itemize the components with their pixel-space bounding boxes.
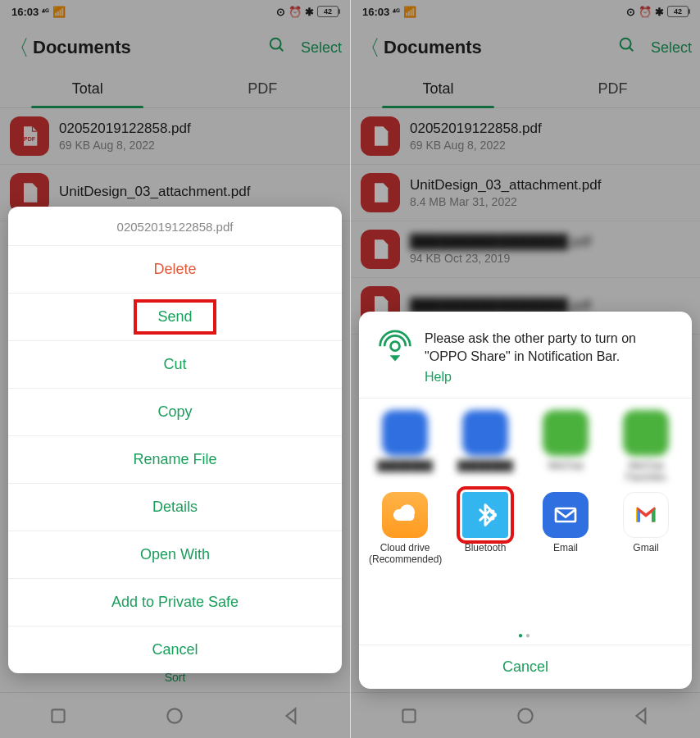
- menu-send[interactable]: Send: [8, 294, 342, 341]
- svg-point-10: [492, 511, 494, 513]
- cloud-icon: [382, 492, 428, 538]
- share-header: Please ask the other party to turn on "O…: [359, 312, 692, 399]
- highlighted-send: Send: [134, 300, 215, 334]
- app-label: Cloud drive (Recommended): [369, 543, 441, 566]
- help-link[interactable]: Help: [425, 370, 452, 385]
- app-label: Gmail: [633, 543, 658, 554]
- menu-cut[interactable]: Cut: [8, 341, 342, 389]
- gmail-icon: [623, 492, 669, 538]
- screen-left: 16:03 ⁴ᴳ 📶 ⊙ ⏰ ✱ 42 〈 Documents Select T…: [0, 0, 350, 738]
- svg-point-12: [492, 517, 494, 519]
- share-app-email[interactable]: Email: [528, 492, 603, 566]
- share-app-bluetooth[interactable]: Bluetooth: [448, 492, 523, 566]
- app-label: ████████: [377, 461, 433, 472]
- page-indicator: ●●: [359, 629, 692, 645]
- share-app-gmail[interactable]: Gmail: [608, 492, 684, 566]
- share-app[interactable]: ████████: [448, 410, 523, 484]
- share-app-grid: ████████ ████████ WeChat WeChat Favorite…: [359, 399, 692, 629]
- menu-cancel[interactable]: Cancel: [8, 626, 342, 673]
- app-label: Bluetooth: [465, 543, 507, 554]
- menu-openwith[interactable]: Open With: [8, 531, 342, 579]
- menu-rename[interactable]: Rename File: [8, 436, 342, 484]
- share-app-wechat[interactable]: WeChat: [528, 410, 603, 484]
- context-menu-title: 02052019122858.pdf: [8, 207, 342, 246]
- wechat-icon: [543, 410, 589, 456]
- share-message: Please ask the other party to turn on "O…: [425, 330, 674, 365]
- share-sheet: Please ask the other party to turn on "O…: [359, 312, 692, 689]
- menu-copy[interactable]: Copy: [8, 389, 342, 436]
- app-icon: [382, 410, 428, 456]
- screen-right: 16:03 ⁴ᴳ 📶 ⊙ ⏰ ✱ 42 〈 Documents Select T…: [350, 0, 700, 738]
- svg-point-9: [391, 342, 400, 351]
- share-app-wechat-fav[interactable]: WeChat Favorites: [608, 410, 684, 484]
- app-label: Email: [553, 543, 578, 554]
- app-label: ████████: [457, 461, 513, 472]
- svg-point-11: [493, 514, 496, 517]
- context-menu: 02052019122858.pdf Delete Send Cut Copy …: [8, 207, 342, 673]
- app-label: WeChat: [548, 461, 583, 472]
- menu-details[interactable]: Details: [8, 484, 342, 531]
- bluetooth-icon: [462, 492, 508, 538]
- menu-delete[interactable]: Delete: [8, 246, 342, 294]
- share-app[interactable]: ████████: [367, 410, 443, 484]
- share-app-clouddrive[interactable]: Cloud drive (Recommended): [367, 492, 443, 566]
- app-icon: [462, 410, 508, 456]
- svg-rect-13: [556, 508, 575, 522]
- menu-privatesafe[interactable]: Add to Private Safe: [8, 579, 342, 626]
- share-cancel-button[interactable]: Cancel: [359, 645, 692, 689]
- oppo-share-icon: [377, 330, 413, 366]
- wechat-icon: [623, 410, 669, 456]
- app-label: WeChat Favorites: [610, 461, 682, 484]
- email-icon: [543, 492, 589, 538]
